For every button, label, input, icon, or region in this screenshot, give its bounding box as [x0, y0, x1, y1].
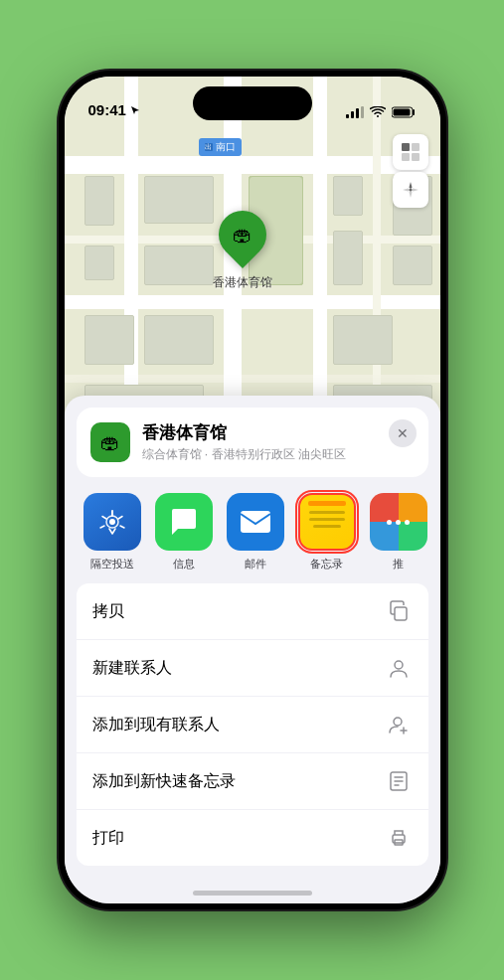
location-card-icon: 🏟 [90, 422, 130, 462]
notes-line-2 [309, 518, 345, 521]
svg-rect-14 [395, 607, 407, 620]
location-card-subtitle: 综合体育馆 · 香港特别行政区 油尖旺区 [142, 446, 415, 463]
compass-icon [402, 181, 420, 199]
menu-item-print[interactable]: 打印 [77, 810, 428, 866]
phone-screen: 09:41 [65, 77, 440, 903]
print-label: 打印 [92, 828, 124, 849]
svg-rect-9 [412, 153, 420, 161]
close-button[interactable]: ✕ [389, 419, 417, 447]
bottom-sheet: 🏟 香港体育馆 综合体育馆 · 香港特别行政区 油尖旺区 ✕ [65, 396, 440, 903]
menu-item-new-contact[interactable]: 新建联系人 [77, 640, 428, 697]
battery-icon [392, 106, 417, 118]
location-card: 🏟 香港体育馆 综合体育馆 · 香港特别行政区 油尖旺区 ✕ [77, 408, 428, 477]
airdrop-symbol [97, 507, 127, 537]
bottom-spacer [65, 874, 440, 903]
home-indicator [193, 891, 312, 896]
messages-label: 信息 [173, 557, 195, 572]
status-icons [346, 106, 417, 118]
airdrop-icon [84, 493, 141, 551]
svg-point-10 [409, 189, 412, 192]
notes-line-1 [309, 511, 345, 514]
messages-icon [155, 493, 213, 551]
share-item-more[interactable]: 推 [363, 493, 434, 572]
add-notes-label: 添加到新快速备忘录 [92, 771, 236, 792]
share-item-messages[interactable]: 信息 [148, 493, 220, 572]
svg-rect-3 [361, 106, 364, 118]
dynamic-island [193, 86, 312, 120]
svg-rect-1 [351, 111, 354, 118]
pin-label: 香港体育馆 [213, 274, 272, 291]
share-row: 隔空投送 信息 [65, 485, 440, 583]
svg-rect-13 [241, 511, 270, 533]
copy-label: 拷贝 [92, 601, 124, 622]
location-info: 香港体育馆 综合体育馆 · 香港特别行政区 油尖旺区 [142, 421, 415, 463]
location-pin: 🏟 香港体育馆 [213, 211, 272, 291]
add-notes-icon [385, 767, 413, 795]
location-arrow-icon [130, 105, 140, 115]
messages-symbol [168, 507, 200, 537]
svg-rect-2 [356, 108, 359, 118]
share-item-notes[interactable]: 备忘录 [291, 493, 363, 572]
menu-item-add-existing[interactable]: 添加到现有联系人 [77, 697, 428, 753]
map-label-dot: 出 [205, 143, 213, 151]
map-south-gate-text: 南口 [216, 140, 236, 154]
new-contact-label: 新建联系人 [92, 658, 172, 679]
menu-item-copy[interactable]: 拷贝 [77, 583, 428, 640]
wifi-icon [370, 106, 386, 118]
print-icon [385, 824, 413, 852]
pin-emoji: 🏟 [233, 224, 252, 246]
mail-symbol [239, 509, 272, 535]
map-type-icon [401, 142, 420, 162]
map-type-button[interactable] [393, 134, 428, 170]
svg-rect-0 [346, 114, 349, 118]
location-card-name: 香港体育馆 [142, 421, 415, 444]
menu-item-add-notes[interactable]: 添加到新快速备忘录 [77, 753, 428, 810]
new-contact-icon [385, 654, 413, 682]
menu-section: 拷贝 新建联系人 [77, 583, 428, 866]
svg-rect-7 [412, 143, 420, 151]
notes-line-3 [313, 525, 341, 528]
map-controls [393, 134, 428, 210]
map-south-gate-label: 出 南口 [199, 138, 242, 156]
share-item-mail[interactable]: 邮件 [220, 493, 291, 572]
svg-rect-8 [402, 153, 410, 161]
more-icon [370, 493, 427, 551]
svg-point-15 [395, 661, 403, 669]
svg-point-16 [394, 718, 402, 726]
svg-point-12 [109, 519, 115, 525]
location-button[interactable] [393, 172, 428, 208]
signal-icon [346, 106, 364, 118]
airdrop-label: 隔空投送 [90, 557, 134, 572]
phone-frame: 09:41 [59, 71, 446, 909]
more-label: 推 [393, 557, 404, 572]
share-item-airdrop[interactable]: 隔空投送 [77, 493, 148, 572]
add-existing-label: 添加到现有联系人 [92, 715, 220, 735]
copy-icon [385, 597, 413, 625]
mail-icon [227, 493, 284, 551]
add-existing-icon [385, 711, 413, 738]
notes-header-line [308, 501, 346, 506]
notes-icon [298, 493, 356, 551]
status-time: 09:41 [88, 101, 126, 118]
svg-rect-6 [402, 143, 410, 151]
notes-label: 备忘录 [310, 557, 343, 572]
mail-label: 邮件 [245, 557, 266, 572]
svg-rect-5 [393, 109, 410, 116]
